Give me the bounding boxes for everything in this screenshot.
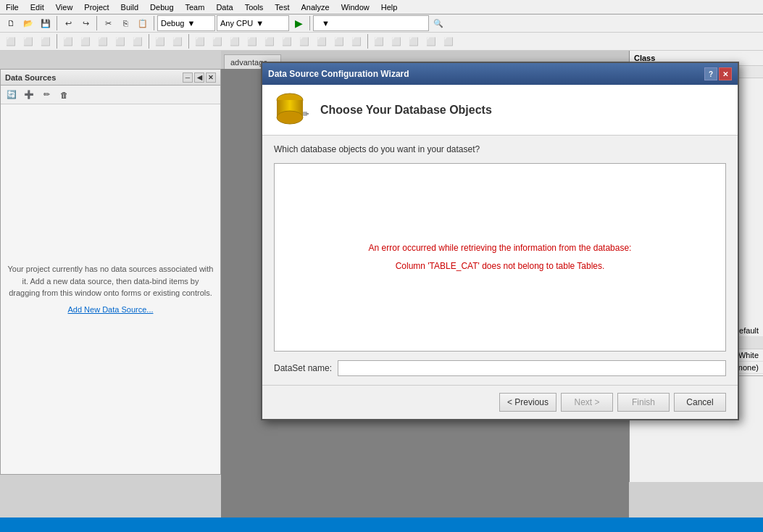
- separator8: [367, 34, 368, 49]
- db-svg-icon: [274, 91, 309, 129]
- separator7: [188, 34, 189, 49]
- next-button[interactable]: Next >: [561, 393, 613, 412]
- toolbar-r20[interactable]: ⬜: [349, 33, 364, 49]
- dialog-question: Which database objects do you want in yo…: [274, 144, 726, 154]
- finish-button[interactable]: Finish: [617, 393, 670, 412]
- cpu-dropdown[interactable]: Any CPU ▼: [217, 15, 289, 31]
- toolbar-r25[interactable]: ⬜: [441, 33, 456, 49]
- database-icon: [274, 93, 309, 128]
- toolbar-copy[interactable]: ⎘: [117, 15, 133, 31]
- menu-edit[interactable]: Edit: [28, 1, 47, 13]
- toolbar-run[interactable]: ▶: [291, 15, 307, 31]
- dialog-footer: < Previous Next > Finish Cancel: [262, 385, 738, 419]
- debug-dropdown[interactable]: Debug ▼: [157, 15, 215, 31]
- toolbar-r1[interactable]: ⬜: [3, 33, 19, 49]
- panel-toolbar: 🔄 ➕ ✏ 🗑: [1, 86, 220, 104]
- menu-analyze[interactable]: Analyze: [299, 1, 333, 13]
- dialog-heading-text: Choose Your Database Objects: [320, 104, 492, 117]
- add-data-source-link[interactable]: Add New Data Source...: [67, 304, 153, 316]
- menu-file[interactable]: File: [3, 1, 22, 13]
- status-text: [6, 520, 8, 529]
- menu-debug[interactable]: Debug: [147, 1, 176, 13]
- toolbar-r24[interactable]: ⬜: [423, 33, 439, 49]
- dialog-tree-area: An error occurred while retrieving the i…: [274, 163, 726, 352]
- menu-test[interactable]: Test: [272, 1, 292, 13]
- panel-delete-btn[interactable]: 🗑: [56, 87, 72, 103]
- toolbar-r18[interactable]: ⬜: [314, 33, 330, 49]
- menu-tools[interactable]: Tools: [242, 1, 267, 13]
- toolbar-r12[interactable]: ⬜: [209, 33, 225, 49]
- toolbar-r19[interactable]: ⬜: [331, 33, 347, 49]
- status-bar: [0, 518, 763, 532]
- cancel-button[interactable]: Cancel: [674, 393, 726, 412]
- panel-refresh-btn[interactable]: 🔄: [4, 87, 20, 103]
- panel-edit-btn[interactable]: ✏: [38, 87, 54, 103]
- menu-window[interactable]: Window: [338, 1, 372, 13]
- toolbar-r13[interactable]: ⬜: [227, 33, 243, 49]
- toolbar-r14[interactable]: ⬜: [244, 33, 260, 49]
- toolbar-r17[interactable]: ⬜: [296, 33, 312, 49]
- dialog-content: Which database objects do you want in yo…: [262, 136, 738, 385]
- panel-empty-content: Your project currently has no data sourc…: [1, 104, 220, 474]
- toolbar-r5[interactable]: ⬜: [78, 33, 93, 49]
- toolbar-r11[interactable]: ⬜: [192, 33, 208, 49]
- dialog-title-controls: ? ✕: [704, 67, 732, 80]
- search-dropdown[interactable]: ▼: [313, 15, 429, 31]
- toolbar-r22[interactable]: ⬜: [388, 33, 404, 49]
- panel-close-btn[interactable]: ✕: [206, 72, 216, 83]
- panel-arrow-btn[interactable]: ◀: [194, 72, 204, 83]
- ide-background: File Edit View Project Build Debug Team …: [0, 0, 763, 532]
- menu-bar: File Edit View Project Build Debug Team …: [0, 0, 763, 14]
- toolbar-undo[interactable]: ↩: [60, 15, 76, 31]
- menu-build[interactable]: Build: [118, 1, 141, 13]
- data-sources-panel: Data Sources ─ ◀ ✕ 🔄 ➕ ✏ 🗑 Your project …: [0, 69, 221, 475]
- toolbar-r23[interactable]: ⬜: [406, 33, 422, 49]
- dataset-name-row: DataSet name:: [274, 360, 726, 376]
- separator6: [149, 34, 149, 49]
- separator1: [57, 16, 57, 30]
- toolbar-r4[interactable]: ⬜: [60, 33, 76, 49]
- toolbar-r15[interactable]: ⬜: [262, 33, 278, 49]
- panel-add-btn[interactable]: ➕: [21, 87, 37, 103]
- toolbar-open[interactable]: 📂: [20, 15, 36, 31]
- chevron-down-icon3: ▼: [322, 19, 330, 28]
- separator3: [154, 16, 154, 30]
- toolbar-row1: 🗋 📂 💾 ↩ ↪ ✂ ⎘ 📋 Debug ▼ Any CPU ▼ ▶ ▼ 🔍: [0, 14, 763, 33]
- menu-help[interactable]: Help: [378, 1, 401, 13]
- toolbar-r8[interactable]: ⬜: [130, 33, 146, 49]
- dataset-label: DataSet name:: [274, 363, 332, 373]
- toolbar-r10[interactable]: ⬜: [170, 33, 185, 49]
- toolbar-r16[interactable]: ⬜: [279, 33, 295, 49]
- toolbar-redo[interactable]: ↪: [78, 15, 93, 31]
- separator2: [96, 16, 97, 30]
- menu-project[interactable]: Project: [81, 1, 112, 13]
- toolbar-r21[interactable]: ⬜: [371, 33, 387, 49]
- toolbar-r7[interactable]: ⬜: [112, 33, 128, 49]
- toolbar-r9[interactable]: ⬜: [152, 33, 168, 49]
- dialog-header: Choose Your Database Objects: [262, 85, 738, 136]
- separator4: [309, 16, 310, 30]
- toolbar-row2: ⬜ ⬜ ⬜ ⬜ ⬜ ⬜ ⬜ ⬜ ⬜ ⬜ ⬜ ⬜ ⬜ ⬜ ⬜ ⬜ ⬜ ⬜ ⬜ ⬜ …: [0, 33, 763, 51]
- dataset-name-input[interactable]: [338, 360, 726, 376]
- toolbar-r6[interactable]: ⬜: [95, 33, 111, 49]
- dialog-close-btn[interactable]: ✕: [719, 67, 732, 80]
- toolbar-paste[interactable]: 📋: [135, 15, 151, 31]
- panel-title-bar: Data Sources ─ ◀ ✕: [1, 70, 220, 86]
- toolbar-cut[interactable]: ✂: [100, 15, 116, 31]
- chevron-down-icon: ▼: [187, 19, 195, 28]
- menu-view[interactable]: View: [53, 1, 76, 13]
- previous-button[interactable]: < Previous: [499, 393, 556, 412]
- chevron-down-icon2: ▼: [256, 19, 264, 28]
- toolbar-new[interactable]: 🗋: [3, 15, 19, 31]
- menu-team[interactable]: Team: [183, 1, 208, 13]
- dialog-help-btn[interactable]: ?: [704, 67, 717, 80]
- dialog-titlebar: Data Source Configuration Wizard ? ✕: [262, 63, 738, 85]
- dialog-error-line1: An error occurred while retrieving the i…: [369, 241, 632, 255]
- toolbar-r2[interactable]: ⬜: [20, 33, 36, 49]
- menu-data[interactable]: Data: [213, 1, 235, 13]
- toolbar-search[interactable]: 🔍: [430, 15, 446, 31]
- toolbar-r3[interactable]: ⬜: [38, 33, 54, 49]
- panel-title: Data Sources: [5, 73, 56, 82]
- toolbar-save[interactable]: 💾: [38, 15, 54, 31]
- panel-minus-btn[interactable]: ─: [183, 72, 193, 83]
